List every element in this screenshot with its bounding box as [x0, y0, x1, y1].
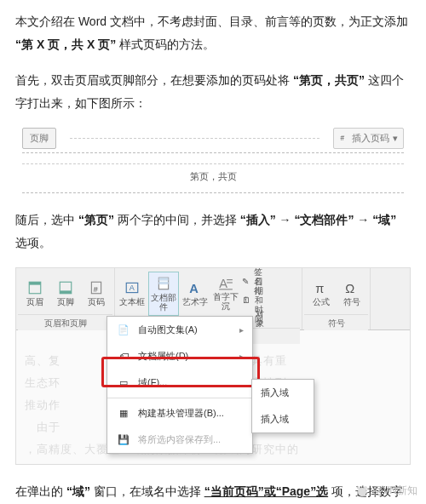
menu-label: 将所选内容保存到...	[138, 431, 221, 449]
equation-button[interactable]: π 公式	[307, 272, 336, 314]
wordart-button[interactable]: A 艺术字	[181, 272, 210, 314]
menu-item-autotext[interactable]: 📄 自动图文集(A) ▸	[107, 317, 252, 343]
menu-label: 构建基块管理器(B)...	[138, 404, 224, 422]
svg-text:#: #	[93, 284, 97, 293]
calendar-icon: 🗓	[242, 292, 250, 307]
docparts-icon	[156, 276, 171, 291]
field-icon: ▭	[116, 375, 131, 391]
menu-item-blocks[interactable]: ▦ 构建基块管理器(B)...	[107, 400, 252, 427]
label: 符号	[343, 297, 360, 306]
autotext-icon: 📄	[116, 323, 131, 338]
bold-underline-text: “当前页码”或“Page”选	[204, 484, 328, 498]
text: 首先，双击页眉或页脚部分，在想要添加的页码处将	[15, 73, 290, 87]
bold-text: “第 X 页，共 X 页”	[15, 37, 116, 51]
label: 对象	[254, 309, 266, 328]
watermark: @VN新知	[355, 481, 417, 501]
label: 文本框	[119, 297, 145, 306]
text: 窗口，在域名中选择	[94, 484, 201, 498]
text: 随后，选中	[15, 213, 75, 226]
symbol-button[interactable]: Ω 符号	[337, 272, 366, 314]
svg-rect-10	[158, 278, 168, 281]
label: 首字下沉	[211, 292, 240, 311]
ribbon-group-symbols: π 公式 Ω 符号 符号	[302, 268, 371, 329]
menu-label: 自动图文集(A)	[138, 321, 198, 339]
svg-rect-4	[60, 290, 72, 293]
menu-item-save: 💾 将所选内容保存到...	[107, 427, 252, 453]
paragraph-step2: 随后，选中 “第页” 两个字的中间，并选择 “插入” → “文档部件” → “域…	[15, 209, 411, 254]
paragraph-step1: 首先，双击页眉或页脚部分，在想要添加的页码处将 “第页，共页” 这四个字打出来，…	[15, 69, 411, 114]
textbox-icon: A	[124, 280, 140, 295]
menu-label: 域(F)...	[138, 374, 167, 392]
svg-text:Ω: Ω	[345, 281, 354, 295]
bold-text: “域”	[372, 213, 396, 226]
label: 页码	[88, 297, 105, 306]
page-header-icon	[27, 280, 43, 295]
bold-text: “插入”	[240, 213, 276, 226]
chevron-right-icon: ▸	[239, 348, 244, 364]
bold-text: “第页”	[78, 213, 114, 226]
svg-point-21	[364, 486, 367, 490]
bear-icon	[355, 484, 369, 498]
paragraph-step3: 在弹出的 “域” 窗口，在域名中选择 “当前页码”或“Page”选 项，选择数字…	[15, 480, 411, 504]
save-icon: 💾	[116, 432, 131, 447]
footer-content-area[interactable]: 第页，共页	[22, 152, 404, 193]
svg-rect-11	[158, 282, 168, 284]
screenshot-footer-editing: 页脚 # 插入页码 ▾ 第页，共页	[15, 128, 411, 193]
label: 艺术字	[182, 297, 208, 306]
svg-text:#: #	[340, 135, 344, 143]
field-submenu: 插入域 插入域	[251, 379, 314, 433]
menu-label: 文档属性(D)	[138, 347, 188, 365]
paragraph-intro: 本文介绍在 Word 文档中，不考虑封面、目录、前言等的页数，为正文添加 “第 …	[15, 10, 411, 55]
separator	[107, 398, 252, 398]
submenu-insert-field[interactable]: 插入域	[252, 406, 314, 432]
wordart-icon: A	[187, 280, 203, 295]
svg-text:A: A	[129, 284, 134, 292]
datetime-button[interactable]: 🗓日期和时间	[242, 290, 266, 309]
svg-point-20	[357, 486, 360, 490]
group-label: 符号	[304, 314, 368, 330]
signature-icon: ✎	[242, 273, 250, 289]
menu-item-docprops[interactable]: 🏷 文档属性(D) ▸	[107, 343, 252, 369]
footer-typed-text: 第页，共页	[190, 171, 237, 181]
text: 样式页码的方法。	[119, 37, 215, 51]
pi-icon: π	[314, 280, 329, 295]
header-button[interactable]: 页眉	[20, 272, 49, 314]
omega-icon: Ω	[344, 280, 360, 295]
text: 两个字的中间，并选择	[118, 213, 237, 226]
submenu-insert-field[interactable]: 插入域	[252, 380, 314, 406]
docparts-button[interactable]: 文档部件	[148, 272, 179, 316]
screenshot-ribbon-dropdown: 页眉 页脚 # 页码 页眉和页脚 A 文本框	[15, 267, 411, 465]
label: 文档部件	[149, 293, 178, 312]
label: 页脚	[57, 297, 74, 306]
chevron-right-icon: ▸	[239, 322, 244, 338]
dashed-line	[22, 163, 404, 164]
insert-pagenum-button[interactable]: # 插入页码 ▾	[333, 128, 404, 149]
group-label: 页眉和页脚	[18, 314, 112, 330]
footer-button[interactable]: 页脚	[51, 272, 80, 314]
label: 公式	[313, 297, 330, 306]
textbox-button[interactable]: A 文本框	[118, 272, 147, 314]
hash-icon: #	[339, 134, 348, 143]
docprops-icon: 🏷	[116, 349, 131, 364]
arrow: →	[279, 213, 291, 226]
page-footer-icon	[58, 280, 73, 295]
dropcap-icon: A	[218, 275, 233, 290]
menu-item-field[interactable]: ▭ 域(F)...	[107, 369, 252, 396]
bold-text: “文档部件”	[294, 213, 354, 226]
dropcap-button[interactable]: A 首字下沉	[211, 272, 240, 314]
svg-text:π: π	[315, 281, 324, 295]
ribbon-group-headerfooter: 页眉 页脚 # 页码 页眉和页脚	[16, 268, 115, 329]
footer-label: 页脚	[22, 128, 56, 149]
label: 页眉	[26, 297, 43, 306]
bold-text: “第页，共页”	[293, 73, 365, 87]
svg-rect-2	[29, 282, 41, 284]
pagenum-button[interactable]: # 页码	[82, 272, 111, 314]
text: 本文介绍在 Word 文档中，不考虑封面、目录、前言等的页数，为正文添加	[15, 14, 408, 28]
blocks-icon: ▦	[116, 405, 131, 421]
pagenum-icon: #	[89, 280, 104, 295]
text: 选项。	[15, 236, 51, 249]
svg-text:A: A	[189, 281, 199, 295]
watermark-text: @VN新知	[372, 481, 417, 501]
bold-text: “域”	[66, 484, 90, 498]
chevron-down-icon: ▾	[393, 129, 398, 147]
